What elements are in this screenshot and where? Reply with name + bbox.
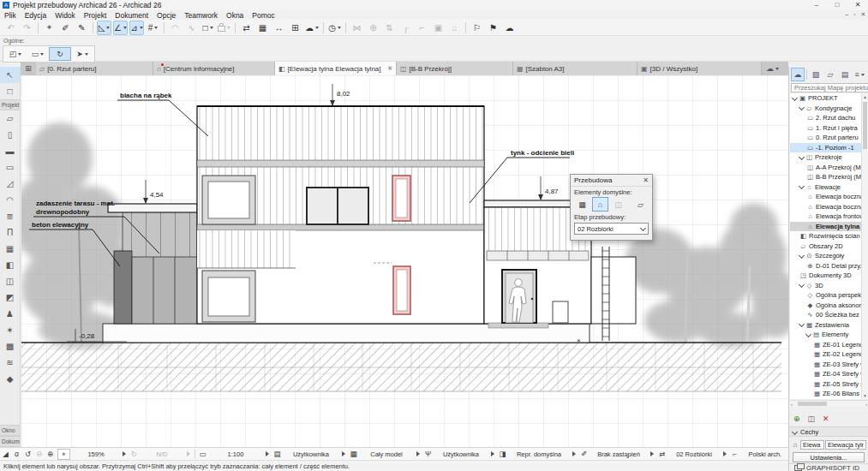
chevron-right-icon[interactable]	[491, 451, 494, 456]
intersect-icon[interactable]: ⌐	[415, 21, 429, 35]
tree-d01-detal[interactable]: ⊕D-01 Detal przyzie	[790, 261, 862, 271]
open-viewpoint-icon[interactable]: ◫	[808, 414, 816, 423]
scrollbar-thumb[interactable]	[798, 402, 827, 406]
menu-edycja[interactable]: Edycja	[21, 11, 51, 20]
undo-icon[interactable]: ↶	[3, 21, 18, 35]
search-input[interactable]	[791, 83, 868, 92]
tree-przekroje[interactable]: ◫Przekroje	[790, 152, 862, 163]
chevron-expanded-icon[interactable]	[799, 321, 805, 327]
guide-lines-icon[interactable]: ◺	[97, 21, 111, 35]
tree-ze02[interactable]: ▦ZE-02 Legenda st	[790, 349, 862, 360]
tab-3d-wszystko[interactable]: ▣[3D / Wszystko]	[638, 62, 762, 75]
scroll-down-icon[interactable]: ▼	[862, 392, 868, 399]
arrow-tool[interactable]: ↖	[0, 67, 20, 83]
select-cursor-icon[interactable]: ⌖	[42, 21, 57, 35]
fillet-icon[interactable]: ┌	[398, 21, 413, 35]
chevron-expanded-icon[interactable]	[799, 282, 805, 288]
tree-projekt[interactable]: ▣PROJEKT	[790, 93, 862, 104]
scrollbar-thumb[interactable]	[863, 102, 867, 149]
elements-to-demolish-icon[interactable]: ⌂	[592, 197, 608, 212]
profile-view-button[interactable]: ◰	[4, 47, 27, 61]
tree-ogolna-aksonometria[interactable]: ◆Ogólna aksonometr	[790, 301, 862, 311]
inject-parameters-icon[interactable]: ✎	[75, 21, 89, 35]
layer-combination[interactable]: Użytkownika	[283, 450, 339, 458]
cloud-options-icon[interactable]: ☁	[304, 21, 320, 35]
layout-book-icon[interactable]: ▱	[823, 68, 837, 81]
chevron-right-icon[interactable]	[416, 451, 420, 456]
child-minimize-button[interactable]: –	[846, 11, 849, 18]
railing-tool[interactable]: Π	[0, 224, 20, 241]
renovation-options-icon[interactable]: ▱	[632, 197, 649, 212]
viewpoint-id-field[interactable]	[800, 440, 824, 450]
model-view-icon[interactable]: ◨	[497, 450, 508, 458]
tree-elementy[interactable]: ▤Elementy	[790, 330, 862, 340]
scroll-left-icon[interactable]: ‹	[791, 401, 793, 408]
zoom-out-icon[interactable]: ⊖	[33, 450, 45, 458]
beam-tool[interactable]: ▬	[0, 143, 20, 159]
align-icon[interactable]: ⊞	[288, 21, 302, 35]
menu-plik[interactable]: Plik	[0, 11, 21, 20]
marquee-tool[interactable]: □	[0, 83, 20, 99]
resize-icon[interactable]: ▣	[431, 21, 446, 35]
scale-icon[interactable]: ▭	[197, 450, 208, 458]
menu-teamwork[interactable]: Teamwork	[180, 11, 222, 20]
dimension-style-icon[interactable]: ⌐	[729, 450, 740, 458]
skylight-tool[interactable]: ◩	[0, 289, 20, 306]
scroll-right-icon[interactable]: ›	[865, 401, 867, 408]
chevron-right-icon[interactable]	[342, 451, 345, 456]
tree-sciezka-bez-nazwy[interactable]: ∿00 Ścieżka bez nazw	[790, 310, 862, 320]
chevron-right-icon[interactable]	[123, 451, 126, 456]
partial-structure-icon[interactable]: ▦	[348, 450, 359, 458]
menu-dokument[interactable]: Dokument	[111, 11, 153, 20]
existing-elements-icon[interactable]: ▦	[574, 197, 590, 212]
menu-pomoc[interactable]: Pomoc	[248, 11, 278, 20]
tab-szablon-a3[interactable]: ▦[Szablon A3]	[513, 62, 638, 75]
child-restore-button[interactable]: ▫	[853, 11, 855, 18]
zoom-tool-icon[interactable]: ⊕	[366, 21, 380, 35]
zoom-level[interactable]: 159%	[72, 450, 120, 458]
chevron-expanded-icon[interactable]	[792, 95, 798, 101]
viewpoint-name-field[interactable]	[825, 440, 866, 450]
tree-rzut-pietra[interactable]: ▭1. Rzut I piętra	[790, 123, 862, 134]
publisher-icon[interactable]: ▤	[838, 68, 852, 81]
flag-empty-icon[interactable]: ⚐	[470, 21, 484, 35]
renovation-filter[interactable]: 02 Rozbiórki	[667, 450, 721, 458]
layer-combination-icon[interactable]: ▤	[272, 450, 283, 458]
tree-ze04[interactable]: ▦ZE-04 Strefy wedł	[790, 369, 862, 379]
tree-zestawienia[interactable]: ▦Zestawienia	[790, 320, 862, 331]
tree-elewacja-boczna-1[interactable]: ⌂Elewacja boczna 1 E	[790, 192, 862, 202]
renovation-filter-icon[interactable]: ⇄	[656, 450, 667, 458]
chevron-right-icon[interactable]	[723, 451, 727, 456]
tree-kondygnacje[interactable]: ▱Kondygnacje	[790, 104, 862, 114]
tree-elewacja-boczna-2[interactable]: ⌂Elewacja boczna 2 E	[790, 202, 862, 212]
redo-icon[interactable]: ↷	[20, 21, 34, 35]
pickup-parameters-icon[interactable]: ✐	[58, 21, 73, 35]
menu-projekt[interactable]: Projekt	[80, 11, 111, 20]
chevron-right-icon[interactable]	[572, 451, 576, 456]
scroll-up-icon[interactable]: ▲	[862, 93, 868, 100]
delete-viewpoint-icon[interactable]: ✕	[823, 414, 829, 423]
graphic-override-icon[interactable]: ✐	[578, 450, 590, 458]
snap-guides-icon[interactable]: ∠	[113, 21, 128, 35]
chevron-right-icon[interactable]	[650, 451, 654, 456]
suspend-groups-icon[interactable]: ◠	[168, 21, 183, 35]
angle-icon[interactable]: α	[11, 450, 22, 458]
tree-aa-przekroj[interactable]: ◫A-A Przekrój (Mode	[790, 163, 862, 173]
move-icon[interactable]: ⇄	[239, 21, 254, 35]
maximize-button[interactable]: □	[827, 0, 847, 10]
child-close-button[interactable]: ✕	[861, 11, 865, 18]
menu-widok[interactable]: Widok	[51, 11, 80, 20]
window-tool[interactable]: ◫	[0, 273, 20, 289]
tree-elewacja-tylna[interactable]: ⌂Elewacja tylna Elew	[790, 222, 862, 232]
settings-button[interactable]: Ustawienia...	[793, 452, 865, 462]
door-tool[interactable]: ◧	[0, 257, 20, 273]
shell-tool[interactable]: ◠	[0, 192, 20, 208]
stretch-icon[interactable]: ↔	[272, 21, 286, 35]
graphic-override[interactable]: Brak zastąpień	[590, 450, 648, 458]
tree-ogolna-perspektywa[interactable]: ◇Ogólna perspektyw	[790, 290, 862, 301]
split-icon[interactable]: ⋈	[350, 21, 364, 35]
zone-tool[interactable]: ▩	[0, 338, 20, 355]
tree-3d[interactable]: ◇3D	[790, 281, 862, 291]
palette-header[interactable]: Przebudowa ✕	[571, 175, 652, 187]
morph-tool[interactable]: ◆	[0, 371, 20, 387]
